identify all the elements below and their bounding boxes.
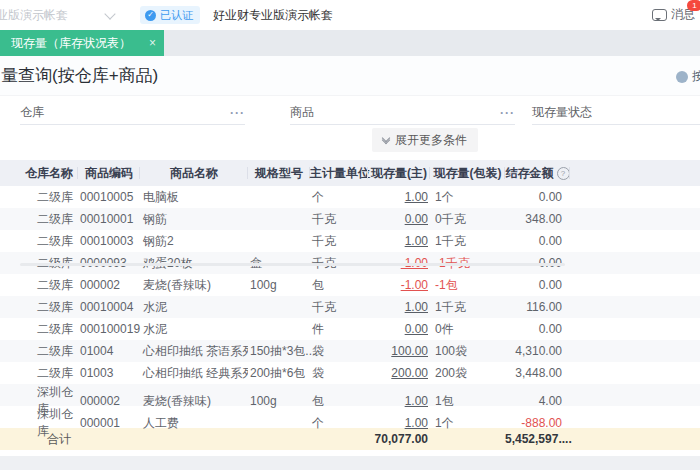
expand-more-conditions-button[interactable]: 展开更多条件 <box>372 128 478 152</box>
cell-qty-main-link[interactable]: 1.00 <box>368 300 430 314</box>
cell-balance-amount: 4,310.00 <box>505 344 570 358</box>
cell-warehouse-name: 二级库 <box>20 233 78 250</box>
layout-settings-link[interactable]: 按模 <box>676 68 700 85</box>
cell-product-code: 01004 <box>78 344 140 358</box>
help-icon[interactable]: ? <box>557 167 570 180</box>
title-bar: 量查询(按仓库+商品) 按模 <box>0 56 700 96</box>
company-name: 好业财专业版演示帐套 <box>213 7 333 24</box>
cell-warehouse-name: 二级库 <box>20 277 78 294</box>
cell-qty-main-link[interactable]: 1.00 <box>368 394 430 408</box>
cell-balance-amount: 4.00 <box>505 394 570 408</box>
warehouse-filter-input[interactable]: 仓库 ··· <box>20 101 245 125</box>
cell-product-name: 水泥 <box>140 299 248 316</box>
verified-check-icon: ✓ <box>145 10 156 21</box>
cell-balance-amount: 0.00 <box>505 190 570 204</box>
cell-main-unit: 千克 <box>310 211 368 228</box>
header-qty-main[interactable]: 现存量(主) <box>368 160 430 186</box>
cell-product-name: 钢筋 <box>140 211 248 228</box>
cell-warehouse-name: 二级库 <box>20 189 78 206</box>
message-bubble-icon <box>652 9 667 21</box>
cell-balance-amount: -888.00 <box>505 416 570 430</box>
cell-qty-package: -1包 <box>430 277 505 294</box>
cell-qty-main-link[interactable]: 1.00 <box>368 234 430 248</box>
cell-product-name: 麦烧(香辣味) <box>140 393 248 410</box>
header-balance-amount[interactable]: 结存金额? <box>505 160 570 186</box>
cell-main-unit: 包 <box>310 393 368 410</box>
header-warehouse-name[interactable]: 仓库名称 <box>20 160 78 186</box>
cell-qty-main-link[interactable]: 100.00 <box>368 344 430 358</box>
cell-product-name: 水泥 <box>140 321 248 338</box>
cell-product-code: 01003 <box>78 366 140 380</box>
header-main-unit[interactable]: 主计量单位 <box>310 160 368 186</box>
layout-link-label: 按模 <box>692 68 700 85</box>
table-row[interactable]: 深圳仓库 000002 麦烧(香辣味) 100g 包 1.00 1包 4.00 <box>0 384 700 406</box>
cell-balance-amount: 0.00 <box>505 322 570 336</box>
cell-qty-package: 0件 <box>430 321 505 338</box>
messages-button[interactable]: 消息 1 <box>652 6 695 23</box>
product-filter-input[interactable]: 商品 ··· <box>290 101 515 125</box>
tab-current-stock[interactable]: 现存量（库存状况表） × <box>0 30 164 56</box>
table-row[interactable]: 二级库 000100019 水泥 件 0.00 0件 0.00 <box>0 318 700 340</box>
expand-more-label: 展开更多条件 <box>395 132 467 149</box>
cell-spec-model: 100g <box>248 394 310 408</box>
cell-qty-main-link[interactable]: 1.00 <box>368 190 430 204</box>
cell-main-unit: 包 <box>310 277 368 294</box>
cell-qty-main-link[interactable]: 200.00 <box>368 366 430 380</box>
cell-product-code: 000002 <box>78 394 140 408</box>
cell-product-name: 人工费 <box>140 415 248 432</box>
cell-main-unit: 千克 <box>310 233 368 250</box>
cell-qty-package: 0千克 <box>430 211 505 228</box>
chevron-down-icon <box>104 8 115 19</box>
header-spec-model[interactable]: 规格型号 <box>248 160 310 186</box>
stock-status-filter-input[interactable]: 现存量状态 <box>532 101 700 125</box>
table-row[interactable]: 二级库 00010001 钢筋 千克 0.00 0千克 348.00 <box>0 208 700 230</box>
product-filter-more-icon[interactable]: ··· <box>500 106 515 120</box>
top-bar: 业版演示帐套 ✓ 已认证 好业财专业版演示帐套 消息 1 <box>0 0 700 30</box>
cell-main-unit: 个 <box>310 189 368 206</box>
cell-qty-main-link[interactable]: 1.00 <box>368 416 430 430</box>
cell-product-name: 钢筋2 <box>140 233 248 250</box>
table-row[interactable]: 二级库 01003 心相印抽纸 经典系列 200抽*6包 袋 200.00 20… <box>0 362 700 384</box>
stock-status-filter-label: 现存量状态 <box>532 104 592 121</box>
tab-close-icon[interactable]: × <box>149 36 156 50</box>
cell-product-code: 00010001 <box>78 212 140 226</box>
cell-warehouse-name: 二级库 <box>20 343 78 360</box>
header-product-name[interactable]: 商品名称 <box>140 160 248 186</box>
table-row[interactable]: 二级库 00010004 水泥 千克 1.00 1千克 116.00 <box>0 296 700 318</box>
cell-warehouse-name: 二级库 <box>20 299 78 316</box>
cell-qty-package: 1个 <box>430 189 505 206</box>
cell-product-code: 000001 <box>78 416 140 430</box>
cell-product-name: 心相印抽纸 经典系列 <box>140 365 248 382</box>
cell-main-unit: 袋 <box>310 365 368 382</box>
cell-qty-main-link[interactable]: 0.00 <box>368 212 430 226</box>
table-row[interactable]: 二级库 01004 心相印抽纸 茶语系列 ... 150抽*3包... 袋 10… <box>0 340 700 362</box>
horizontal-scrollbar[interactable] <box>20 263 565 266</box>
header-balance-amount-label: 结存金额 <box>506 166 554 180</box>
cell-product-code: 000100019 <box>78 322 140 336</box>
warehouse-filter-more-icon[interactable]: ··· <box>230 106 245 120</box>
header-product-code[interactable]: 商品编码 <box>78 160 140 186</box>
table-row[interactable]: 二级库 00010003 钢筋2 千克 1.00 1千克 0.00 <box>0 230 700 252</box>
stock-table: 仓库名称 商品编码 商品名称 规格型号 主计量单位 现存量(主) 现存量(包装)… <box>0 160 700 450</box>
filter-row: 仓库 ··· 商品 ··· 现存量状态 <box>0 96 700 128</box>
table-row[interactable]: 二级库 00010005 电脑板 个 1.00 1个 0.00 <box>0 186 700 208</box>
cell-qty-package: 1个 <box>430 415 505 432</box>
cell-qty-package: 1千克 <box>430 233 505 250</box>
cell-spec-model: 150抽*3包... <box>248 343 310 360</box>
cell-spec-model: 200抽*6包 <box>248 365 310 382</box>
cell-qty-main-link[interactable]: -1.00 <box>368 278 430 292</box>
tab-label: 现存量（库存状况表） <box>11 35 145 52</box>
messages-count-badge: 1 <box>687 0 700 11</box>
cell-balance-amount: 0.00 <box>505 278 570 292</box>
tab-bar: 现存量（库存状况表） × <box>0 30 700 56</box>
cell-qty-package: 1千克 <box>430 299 505 316</box>
qty-main-total: 70,077.00 <box>368 432 430 446</box>
page-title: 量查询(按仓库+商品) <box>1 56 158 96</box>
cell-qty-main-link[interactable]: 0.00 <box>368 322 430 336</box>
bottom-strip <box>0 456 700 470</box>
cell-qty-package: 100袋 <box>430 343 505 360</box>
account-switcher[interactable]: 业版演示帐套 <box>0 7 116 24</box>
table-header-row: 仓库名称 商品编码 商品名称 规格型号 主计量单位 现存量(主) 现存量(包装)… <box>0 160 700 186</box>
table-row[interactable]: 二级库 000002 麦烧(香辣味) 100g 包 -1.00 -1包 0.00 <box>0 274 700 296</box>
header-qty-package[interactable]: 现存量(包装) <box>430 160 505 186</box>
